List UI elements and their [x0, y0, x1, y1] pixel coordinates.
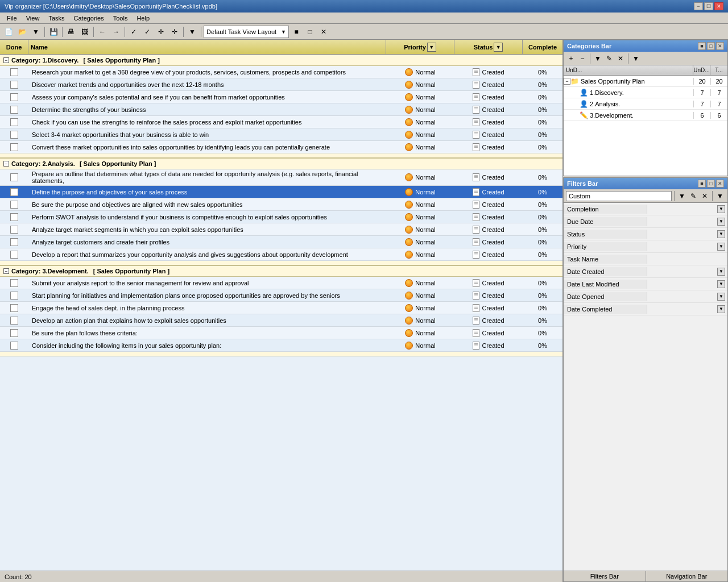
task-row[interactable]: Be sure the plan follows these criteria:… — [0, 327, 562, 339]
task-checkbox[interactable] — [10, 317, 18, 325]
layout-btn1[interactable]: ■ — [290, 26, 303, 38]
filter-dropdown-btn[interactable]: ▼ — [717, 243, 725, 251]
menu-tools[interactable]: Tools — [109, 14, 133, 23]
menu-view[interactable]: View — [22, 14, 44, 23]
category-header-2[interactable]: − Category: 3.Development. [ Sales Oppor… — [0, 265, 562, 277]
filter-dropdown-btn[interactable]: ▼ — [717, 268, 725, 276]
cat-toggle-1[interactable]: − — [3, 161, 9, 167]
redo-button[interactable]: → — [110, 26, 122, 38]
task-checkbox[interactable] — [10, 173, 18, 181]
save-button[interactable]: 💾 — [47, 26, 60, 38]
menu-help[interactable]: Help — [132, 14, 154, 23]
tree-item[interactable]: − 📁 Sales Opportunity Plan 20 20 — [564, 76, 727, 87]
filter-edit-btn[interactable]: ✎ — [688, 191, 698, 201]
task-checkbox[interactable] — [10, 304, 18, 312]
filters-bar-close[interactable]: ✕ — [716, 180, 724, 188]
task-row[interactable]: Check if you can use the strengths to re… — [0, 116, 562, 128]
task-row[interactable]: Prepare an outline that determines what … — [0, 169, 562, 186]
task-list[interactable]: − Category: 1.Discovery. [ Sales Opportu… — [0, 55, 562, 571]
filter-dropdown-btn[interactable]: ▼ — [717, 218, 725, 226]
task-checkbox[interactable] — [10, 93, 18, 101]
task-row[interactable]: Research your market to get a 360 degree… — [0, 66, 562, 78]
task-checkbox[interactable] — [10, 292, 18, 300]
task-checkbox[interactable] — [10, 68, 18, 76]
filter-dropdown-btn[interactable]: ▼ — [717, 305, 725, 313]
print-preview-button[interactable]: 🖼 — [78, 26, 91, 38]
col-name-header[interactable]: Name — [28, 40, 386, 54]
categories-bar-close[interactable]: ✕ — [716, 42, 724, 50]
expand-button[interactable]: ✛ — [155, 26, 167, 38]
task-checkbox[interactable] — [10, 279, 18, 287]
filter-dropdown-btn[interactable]: ▼ — [717, 280, 725, 288]
task-row[interactable]: Develop a report that summarizes your op… — [0, 248, 562, 261]
filter-dropdown-btn[interactable]: ▼ — [717, 293, 725, 301]
task-row[interactable]: Perform SWOT analysis to understand if y… — [0, 211, 562, 223]
task-row[interactable]: Engage the head of sales dept. in the pl… — [0, 302, 562, 314]
category-header-1[interactable]: − Category: 2.Analysis. [ Sales Opportun… — [0, 158, 562, 169]
task-checkbox[interactable] — [10, 118, 18, 126]
cat-menu-btn[interactable]: ▼ — [631, 53, 641, 64]
task-checkbox[interactable] — [10, 226, 18, 234]
cat-toggle-0[interactable]: − — [3, 57, 9, 63]
collapse-button[interactable]: ✛ — [168, 26, 181, 38]
task-checkbox[interactable] — [10, 251, 18, 259]
filter-dropdown-btn[interactable]: ▼ — [717, 205, 725, 213]
task-checkbox[interactable] — [10, 131, 18, 139]
print-button[interactable]: 🖶 — [65, 26, 77, 38]
task-checkbox[interactable] — [10, 81, 18, 89]
task-checkbox[interactable] — [10, 143, 18, 151]
maximize-button[interactable]: ☐ — [704, 2, 713, 10]
tree-toggle[interactable]: − — [564, 78, 570, 85]
task-checkbox[interactable] — [10, 188, 18, 196]
check-button[interactable]: ✓ — [127, 26, 140, 38]
filters-bar-float[interactable]: □ — [707, 180, 715, 188]
task-row[interactable]: Analyze target market segments in which … — [0, 223, 562, 236]
undo-button[interactable]: ← — [96, 26, 109, 38]
cat-toggle-2[interactable]: − — [3, 268, 9, 274]
task-row[interactable]: Select 3-4 market opportunities that you… — [0, 128, 562, 141]
priority-filter-button[interactable]: ▼ — [427, 43, 436, 52]
task-row[interactable]: Start planning for initiatives and imple… — [0, 289, 562, 302]
cat-filter-btn[interactable]: ▼ — [593, 53, 603, 64]
task-checkbox[interactable] — [10, 329, 18, 337]
check2-button[interactable]: ✓ — [141, 26, 154, 38]
filter-apply-btn[interactable]: ▼ — [677, 191, 687, 201]
task-row[interactable]: Determine the strengths of your business… — [0, 103, 562, 116]
layout-dropdown[interactable]: Default Task View Layout ▼ — [204, 26, 289, 38]
task-checkbox[interactable] — [10, 238, 18, 246]
filter-button[interactable]: ▼ — [186, 26, 198, 38]
tree-item[interactable]: 👤 1.Discovery. 7 7 — [564, 87, 727, 98]
custom-filter-input[interactable] — [566, 191, 672, 201]
task-row[interactable]: Analyze target customers and create thei… — [0, 236, 562, 248]
categories-bar-pin[interactable]: ■ — [698, 42, 706, 50]
task-row[interactable]: Discover market trends and opportunities… — [0, 78, 562, 91]
open-button[interactable]: 📂 — [16, 26, 28, 38]
status-filter-button[interactable]: ▼ — [494, 43, 503, 52]
tree-item[interactable]: ✏️ 3.Development. 6 6 — [564, 110, 727, 121]
cat-edit-btn[interactable]: ✎ — [604, 53, 614, 64]
task-checkbox[interactable] — [10, 213, 18, 221]
task-row[interactable]: Submit your analysis report to the senio… — [0, 277, 562, 289]
category-header-0[interactable]: − Category: 1.Discovery. [ Sales Opportu… — [0, 55, 562, 66]
tree-item[interactable]: 👤 2.Analysis. 7 7 — [564, 98, 727, 110]
filter-clear-btn[interactable]: ✕ — [700, 191, 710, 201]
filters-bar-pin[interactable]: ■ — [698, 180, 706, 188]
menu-file[interactable]: File — [2, 14, 22, 23]
close-button[interactable]: ✕ — [714, 2, 723, 10]
layout-btn2[interactable]: □ — [304, 26, 316, 38]
open-dropdown-button[interactable]: ▼ — [30, 26, 42, 38]
filter-dropdown-btn[interactable]: ▼ — [717, 230, 725, 238]
task-row[interactable]: Consider including the following items i… — [0, 339, 562, 352]
cat-expand-btn[interactable]: + — [566, 53, 576, 64]
task-row[interactable]: Define the purpose and objectives of you… — [0, 186, 562, 198]
cat-delete-btn[interactable]: ✕ — [615, 53, 626, 64]
task-row[interactable]: Develop an action plan that explains how… — [0, 314, 562, 327]
task-row[interactable]: Assess your company's sales potential an… — [0, 91, 562, 103]
task-row[interactable]: Be sure the purpose and objectives are a… — [0, 198, 562, 211]
menu-tasks[interactable]: Tasks — [44, 14, 69, 23]
new-button[interactable]: 📄 — [2, 26, 15, 38]
task-checkbox[interactable] — [10, 201, 18, 209]
menu-categories[interactable]: Categories — [69, 14, 109, 23]
cat-collapse-btn[interactable]: − — [577, 53, 588, 64]
tab-filters-bar[interactable]: Filters Bar — [564, 571, 646, 581]
